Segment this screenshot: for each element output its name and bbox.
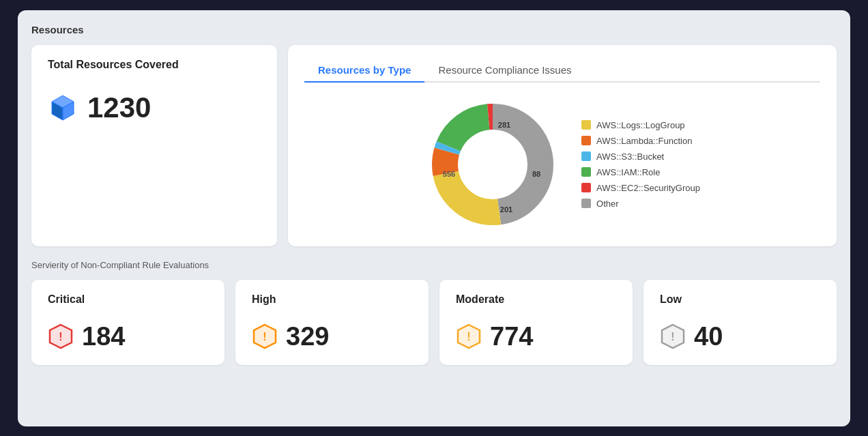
svg-text:!: ! — [671, 331, 674, 343]
severity-critical-number: 184 — [82, 322, 125, 351]
donut-chart: 281 88 201 556 — [424, 96, 561, 233]
total-count-number: 1230 — [87, 91, 151, 124]
severity-moderate-number: 774 — [490, 322, 533, 351]
severity-high-number: 329 — [286, 322, 329, 351]
legend-other: Other — [581, 199, 700, 209]
svg-text:!: ! — [263, 331, 266, 343]
severity-low-count: ! 40 — [660, 322, 820, 351]
legend-label-ec2: AWS::EC2::SecurityGroup — [596, 183, 700, 193]
severity-low-card: Low ! 40 — [643, 280, 837, 365]
severity-high-card: High ! 329 — [235, 280, 429, 365]
legend-iam: AWS::IAM::Role — [581, 167, 700, 177]
svg-text:281: 281 — [498, 121, 510, 129]
severity-critical-count: ! 184 — [48, 322, 208, 351]
legend-color-ec2 — [581, 183, 591, 192]
severity-moderate-label: Moderate — [456, 293, 616, 306]
legend-color-s3 — [581, 151, 591, 161]
legend-color-other — [581, 199, 591, 208]
page-title: Resources — [31, 24, 837, 35]
svg-text:201: 201 — [500, 205, 512, 214]
svg-point-13 — [459, 130, 527, 199]
severity-critical-card: Critical ! 184 — [31, 280, 225, 365]
severity-high-label: High — [252, 293, 412, 306]
tab-bar: Resources by Type Resource Compliance Is… — [304, 59, 820, 83]
top-row: Total Resources Covered 1230 Resources b… — [31, 45, 837, 246]
total-resources-card: Total Resources Covered 1230 — [31, 45, 277, 246]
legend-color-logs — [581, 120, 591, 130]
chart-legend: AWS::Logs::LogGroup AWS::Lambda::Functio… — [581, 120, 700, 209]
legend-label-logs: AWS::Logs::LogGroup — [596, 120, 685, 130]
moderate-badge-icon: ! — [456, 323, 482, 349]
legend-label-lambda: AWS::Lambda::Function — [596, 136, 692, 146]
legend-logs: AWS::Logs::LogGroup — [581, 120, 700, 130]
total-resources-title: Total Resources Covered — [48, 59, 261, 71]
cube-icon — [48, 93, 78, 123]
legend-color-iam — [581, 167, 591, 177]
dashboard-container: Resources Total Resources Covered 1230 — [18, 10, 850, 426]
severity-row: Critical ! 184 High ! 329 — [31, 280, 837, 365]
legend-ec2: AWS::EC2::SecurityGroup — [581, 183, 700, 193]
low-badge-icon: ! — [660, 323, 686, 349]
severity-critical-label: Critical — [48, 293, 208, 306]
legend-label-other: Other — [596, 199, 619, 209]
severity-moderate-card: Moderate ! 774 — [439, 280, 633, 365]
severity-section-title: Servierity of Non-Compliant Rule Evaluat… — [31, 260, 837, 270]
legend-label-s3: AWS::S3::Bucket — [596, 151, 664, 162]
svg-text:556: 556 — [443, 170, 455, 178]
critical-badge-icon: ! — [48, 323, 74, 349]
total-count-container: 1230 — [48, 91, 261, 124]
legend-color-lambda — [581, 136, 591, 145]
resources-by-type-card: Resources by Type Resource Compliance Is… — [288, 45, 837, 246]
legend-lambda: AWS::Lambda::Function — [581, 136, 700, 146]
severity-moderate-count: ! 774 — [456, 322, 616, 351]
legend-label-iam: AWS::IAM::Role — [596, 167, 660, 177]
svg-text:!: ! — [467, 331, 470, 343]
severity-low-number: 40 — [694, 322, 723, 351]
tab-compliance-issues[interactable]: Resource Compliance Issues — [424, 59, 585, 81]
svg-text:!: ! — [59, 331, 62, 343]
chart-area: 281 88 201 556 AWS::Logs::LogGroup AWS::… — [304, 96, 820, 233]
tab-resources-by-type[interactable]: Resources by Type — [304, 59, 424, 81]
severity-high-count: ! 329 — [252, 322, 412, 351]
severity-low-label: Low — [660, 293, 820, 306]
svg-text:88: 88 — [532, 170, 540, 178]
legend-s3: AWS::S3::Bucket — [581, 151, 700, 162]
high-badge-icon: ! — [252, 323, 278, 349]
